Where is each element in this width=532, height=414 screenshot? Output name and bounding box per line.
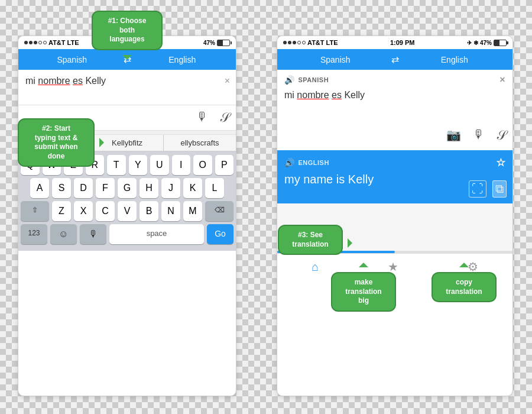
right-expand-icon[interactable]: ⛶ [469, 180, 486, 198]
right-speaker-icon[interactable]: 🔊 [284, 75, 295, 85]
dot-2 [29, 41, 33, 44]
dot-5 [43, 41, 47, 44]
right-english-section: 🔊 ENGLISH ☆ my name is Kelly ⛶ ⧉ [277, 150, 512, 203]
left-clear-btn[interactable]: × [225, 76, 230, 86]
right-english-label: ENGLISH [299, 159, 329, 166]
bubble-choose-languages: #1: Choosebothlanguages [92, 11, 163, 50]
key-k[interactable]: K [183, 178, 202, 198]
key-o[interactable]: O [193, 155, 212, 175]
left-input-area[interactable]: mi nombre es Kelly × [18, 70, 236, 105]
left-draw-icon[interactable]: 𝒮 [220, 110, 229, 125]
right-translator-tabs[interactable]: Spanish ⇄ English [277, 49, 512, 70]
right-copy-icon[interactable]: ⧉ [492, 180, 507, 198]
key-m[interactable]: M [183, 201, 202, 221]
r-dot-5 [302, 41, 306, 44]
right-nav-home[interactable]: ⌂ [312, 260, 319, 274]
right-input-icons: 📷 🎙 𝒮 [277, 123, 512, 148]
bubble-1-text: #1: Choosebothlanguages [108, 17, 147, 43]
key-s[interactable]: S [52, 178, 71, 198]
r-dot-2 [288, 41, 291, 44]
key-n[interactable]: N [161, 201, 180, 221]
bubble-3-text: #3: Seetranslation [292, 231, 328, 248]
r-dot-3 [293, 41, 296, 44]
right-camera-icon[interactable]: 📷 [446, 128, 461, 143]
key-j[interactable]: J [161, 178, 180, 198]
right-translation-actions: ⛶ ⧉ [469, 180, 507, 198]
right-time: 1:09 PM [390, 39, 415, 46]
key-space[interactable]: space [109, 224, 204, 244]
right-english-speaker[interactable]: 🔊 [284, 158, 295, 167]
battery-pct: 47% [203, 40, 215, 46]
signal-dots [24, 41, 47, 44]
battery-icon [217, 40, 230, 46]
dot-4 [38, 41, 42, 44]
right-battery-icon [494, 40, 507, 46]
key-z[interactable]: Z [52, 201, 71, 221]
network-label: LTE [67, 39, 79, 46]
key-row-2: A S D F G H J K L [21, 178, 233, 198]
key-f[interactable]: F [96, 178, 115, 198]
carrier-label: AT&T [48, 39, 66, 46]
key-h[interactable]: H [140, 178, 158, 198]
right-input-area[interactable]: mi nombre es Kelly [277, 88, 512, 123]
right-mic-icon[interactable]: 🎙 [473, 128, 485, 143]
key-c[interactable]: C [96, 201, 115, 221]
right-spanish-label: SPANISH [299, 76, 329, 83]
bubble-5-text: copytranslation [446, 278, 482, 296]
right-status-right: ✈ ❄ 47% [467, 40, 507, 46]
key-y[interactable]: Y [129, 155, 148, 175]
right-signal-dots [283, 41, 306, 44]
key-go[interactable]: Go [207, 224, 233, 244]
left-tab-spanish[interactable]: Spanish [25, 55, 119, 64]
right-status-bar: AT&T LTE 1:09 PM ✈ ❄ 47% [277, 36, 512, 49]
key-backspace[interactable]: ⌫ [205, 201, 233, 221]
key-t[interactable]: T [107, 155, 126, 175]
left-input-text: mi nombre es Kelly [25, 76, 106, 86]
key-shift[interactable]: ⇧ [21, 201, 49, 221]
key-d[interactable]: D [74, 178, 93, 198]
right-carrier: AT&T [307, 39, 325, 46]
right-battery-pct: 47% [480, 40, 492, 46]
right-english-header: 🔊 ENGLISH ☆ [284, 156, 505, 169]
suggestion-3[interactable]: ellybscrafts [164, 135, 236, 151]
right-status-left: AT&T LTE [283, 39, 338, 46]
key-v[interactable]: V [118, 201, 137, 221]
right-spanish-section: 🔊 SPANISH × mi nombre es Kelly 📷 🎙 𝒮 [277, 70, 512, 150]
key-x[interactable]: X [74, 201, 93, 221]
right-spanish-header: 🔊 SPANISH × [277, 70, 512, 88]
bubble-4-text: maketranslationbig [345, 278, 381, 305]
bubble-make-big: maketranslationbig [331, 272, 396, 312]
key-123[interactable]: 123 [21, 224, 47, 244]
left-phone: AT&T LTE 47% Spanish ⇄ English mi nombre… [18, 35, 236, 396]
left-mic-icon[interactable]: 🎙 [196, 110, 208, 125]
left-status-left: AT&T LTE [24, 39, 79, 46]
key-l[interactable]: L [205, 178, 224, 198]
left-status-right: 47% [203, 40, 230, 46]
key-mic-bottom[interactable]: 🎙 [80, 224, 106, 244]
r-dot-4 [297, 41, 301, 44]
right-draw-icon[interactable]: 𝒮 [497, 128, 505, 143]
dot-1 [24, 41, 28, 44]
key-row-4: 123 ☺ 🎙 space Go [21, 224, 233, 244]
key-b[interactable]: B [140, 201, 158, 221]
right-tab-english[interactable]: English [404, 55, 506, 64]
key-a[interactable]: A [30, 178, 49, 198]
bubble-start-typing: #2: Starttyping text &submit whendone [18, 118, 95, 167]
right-star-icon[interactable]: ☆ [496, 156, 506, 169]
bubble-copy-translation: copytranslation [432, 272, 497, 302]
key-p[interactable]: P [215, 155, 234, 175]
key-row-3: ⇧ Z X C V B N M ⌫ [21, 201, 233, 221]
right-phone: AT&T LTE 1:09 PM ✈ ❄ 47% Spanish ⇄ Engli… [277, 35, 513, 396]
left-tab-english[interactable]: English [136, 55, 229, 64]
right-clear-btn[interactable]: × [499, 75, 505, 85]
key-g[interactable]: G [118, 178, 137, 198]
r-dot-1 [283, 41, 287, 44]
dot-3 [34, 41, 37, 44]
key-i[interactable]: I [172, 155, 191, 175]
right-tab-spanish[interactable]: Spanish [284, 55, 387, 64]
key-u[interactable]: U [150, 155, 169, 175]
right-tab-swap[interactable]: ⇄ [387, 54, 404, 65]
right-network: LTE [326, 39, 338, 46]
bubble-see-translation: #3: Seetranslation [278, 225, 343, 255]
key-emoji[interactable]: ☺ [50, 224, 77, 244]
